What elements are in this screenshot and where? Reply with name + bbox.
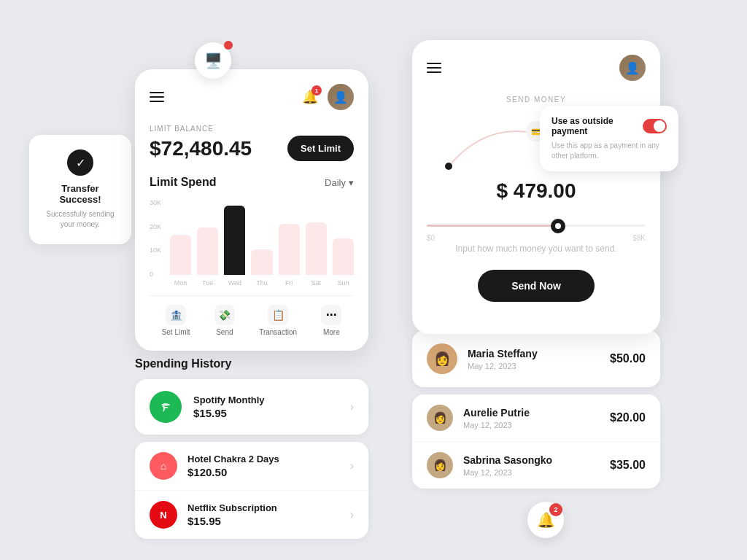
hotel-chevron-icon: › xyxy=(350,459,354,472)
slider-max-label: $8K xyxy=(632,234,646,242)
sabrina-amount: $35.00 xyxy=(610,459,646,472)
bottom-bell-notification[interactable]: 🔔 2 xyxy=(527,502,564,538)
bar-value-fri xyxy=(279,224,300,275)
user-avatar[interactable]: 👤 xyxy=(328,84,354,110)
spotify-icon xyxy=(150,391,182,423)
bell-icon[interactable]: 🔔 1 xyxy=(301,88,319,106)
right-hamburger-menu[interactable] xyxy=(427,63,441,73)
aurelie-name: Aurelie Putrie xyxy=(463,407,600,419)
send-amount-display: $ 479.00 xyxy=(427,179,646,203)
bar-sun: Sun xyxy=(333,199,354,287)
bar-label-tue: Tue xyxy=(202,279,213,287)
bar-label-fri: Fri xyxy=(285,279,293,287)
right-panel-header: 👤 xyxy=(427,55,646,81)
outside-payment-label: Use as outside payment xyxy=(551,116,643,136)
main-left-card: 🔔 1 👤 LIMIT BALANCE $72,480.45 Set Limit… xyxy=(135,69,368,351)
spotify-spending-card[interactable]: Spotify Monthly $15.95 › xyxy=(135,379,368,435)
send-icon: 💸 xyxy=(214,305,235,325)
hotel-name: Hotel Chakra 2 Days xyxy=(187,454,340,464)
toggle-knob xyxy=(654,120,665,132)
transaction-icon: 📋 xyxy=(268,305,288,325)
right-user-avatar[interactable]: 👤 xyxy=(619,55,646,81)
airbnb-icon: ⌂ xyxy=(150,452,177,480)
maria-amount: $50.00 xyxy=(610,352,646,365)
y-label-0: 0 xyxy=(150,271,161,278)
slider-labels: $0 $8K xyxy=(427,234,646,242)
recent-sub-card: 👩 Aurelie Putrie May 12, 2023 $20.00 👩 S… xyxy=(412,394,660,489)
slider-min-label: $0 xyxy=(427,234,435,242)
bar-fri: Fri xyxy=(279,199,300,287)
bars-container: 30K 20K 10K 0 Mon Tue Wed Thu xyxy=(150,199,354,287)
send-description: Input how much money you want to send. xyxy=(427,242,646,255)
limit-spend-chart: 30K 20K 10K 0 Mon Tue Wed Thu xyxy=(150,199,354,287)
success-title: Transfer Success! xyxy=(41,183,120,205)
hotel-amount: $120.50 xyxy=(187,466,340,478)
netflix-info: Netflix Subscription $15.95 xyxy=(187,502,340,527)
bar-value-sun xyxy=(333,238,354,275)
netflix-chevron-icon: › xyxy=(350,508,354,521)
hamburger-menu[interactable] xyxy=(150,92,164,102)
success-icon: ✓ xyxy=(67,149,93,176)
nav-set-limit-label: Set Limit xyxy=(162,328,190,336)
hotel-info: Hotel Chakra 2 Days $120.50 xyxy=(187,454,340,478)
nav-send[interactable]: 💸 Send xyxy=(214,305,235,336)
netflix-item[interactable]: N Netflix Subscription $15.95 › xyxy=(135,491,368,539)
bar-value-sat xyxy=(306,222,327,275)
spotify-name: Spotify Monthly xyxy=(193,394,338,405)
chart-title: Limit Spend xyxy=(150,176,217,189)
period-dropdown[interactable]: Daily ▾ xyxy=(325,177,354,188)
period-label: Daily xyxy=(325,177,346,188)
sabrina-recent-item[interactable]: 👩 Sabrina Sasongko May 12, 2023 $35.00 xyxy=(412,442,660,489)
spending-history-section: Spending History Spotify Monthly $15.95 … xyxy=(135,357,368,539)
bar-label-sun: Sun xyxy=(337,279,349,287)
netflix-name: Netflix Subscription xyxy=(187,502,340,513)
outside-payment-toggle[interactable] xyxy=(643,119,667,133)
sabrina-date: May 12, 2023 xyxy=(463,468,600,477)
aurelie-amount: $20.00 xyxy=(610,411,646,424)
amount-slider-track[interactable] xyxy=(427,225,646,227)
success-description: Successfully sending your money. xyxy=(41,209,120,230)
y-label-30k: 30K xyxy=(150,199,161,206)
more-icon: ··· xyxy=(321,305,341,325)
slider-thumb-inner xyxy=(555,223,561,229)
hotel-chakra-item[interactable]: ⌂ Hotel Chakra 2 Days $120.50 › xyxy=(135,442,368,491)
nav-transaction-label: Transaction xyxy=(259,328,297,336)
outside-payment-description: Use this app as a payment in any other p… xyxy=(551,141,667,161)
chevron-down-icon: ▾ xyxy=(349,177,354,188)
bar-label-sat: Sat xyxy=(311,279,322,287)
spending-sub-card: ⌂ Hotel Chakra 2 Days $120.50 › N Netfli… xyxy=(135,442,368,539)
svg-point-1 xyxy=(445,163,452,170)
maria-avatar: 👩 xyxy=(427,343,457,374)
maria-name: Maria Steffany xyxy=(468,348,600,359)
device-icon: 🖥️ xyxy=(204,52,222,69)
nav-more[interactable]: ··· More xyxy=(321,305,341,336)
spotify-chevron-icon: › xyxy=(350,400,354,413)
send-money-panel: 👤 SEND MONEY 💳 $ 479.00 $0 $8K Input how… xyxy=(412,40,660,334)
nav-transaction[interactable]: 📋 Transaction xyxy=(259,305,297,336)
bar-label-wed: Wed xyxy=(228,279,241,287)
balance-row: $72,480.45 Set Limit xyxy=(150,136,354,161)
device-icon-container: 🖥️ xyxy=(195,42,231,79)
bar-value-wed xyxy=(224,206,245,275)
nav-set-limit[interactable]: 🏦 Set Limit xyxy=(162,305,190,336)
bar-label-thu: Thu xyxy=(256,279,268,287)
y-label-10k: 10K xyxy=(150,246,161,254)
set-limit-button[interactable]: Set Limit xyxy=(287,136,354,161)
bar-label-mon: Mon xyxy=(174,279,187,287)
send-now-button[interactable]: Send Now xyxy=(478,270,595,302)
toggle-row: Use as outside payment xyxy=(551,116,667,136)
aurelie-recent-item[interactable]: 👩 Aurelie Putrie May 12, 2023 $20.00 xyxy=(412,394,660,442)
card-header: 🔔 1 👤 xyxy=(150,84,354,110)
slider-thumb[interactable] xyxy=(551,219,565,233)
bell-badge: 1 xyxy=(311,85,322,96)
bottom-nav: 🏦 Set Limit 💸 Send 📋 Transaction ··· Mor… xyxy=(150,295,354,336)
outside-payment-card: Use as outside payment Use this app as a… xyxy=(540,106,678,171)
netflix-amount: $15.95 xyxy=(187,515,340,527)
aurelie-avatar: 👩 xyxy=(427,405,453,431)
maria-recent-card[interactable]: 👩 Maria Steffany May 12, 2023 $50.00 xyxy=(412,330,660,387)
y-label-20k: 20K xyxy=(150,223,161,230)
spotify-info: Spotify Monthly $15.95 xyxy=(193,394,338,419)
transfer-success-card: ✓ Transfer Success! Successfully sending… xyxy=(29,135,131,244)
bar-mon: Mon xyxy=(170,199,191,287)
bar-value-mon xyxy=(170,235,191,275)
